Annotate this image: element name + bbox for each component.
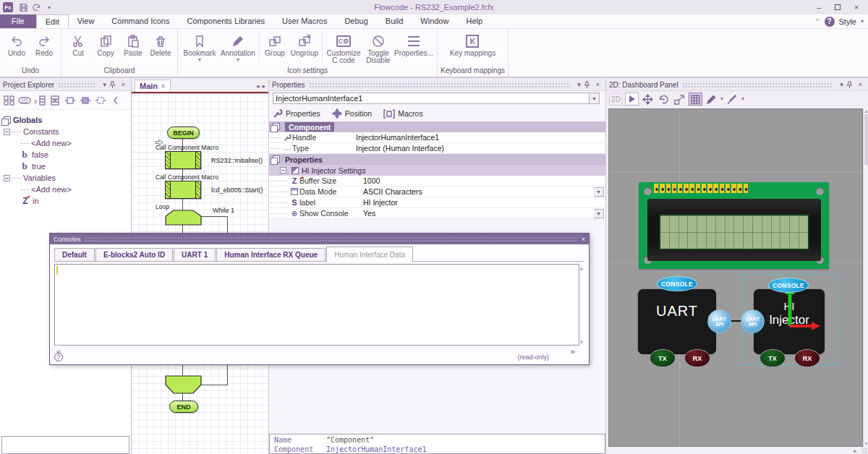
console-tab-uart1[interactable]: UART 1 [174,248,216,261]
scale-tool-icon[interactable] [673,93,686,106]
menu-components-libraries[interactable]: Components Libraries [178,14,273,28]
console-output-area[interactable] [54,264,579,346]
console-tab-data[interactable]: Human Interface Data [326,247,413,262]
tab-position[interactable]: Position [332,108,372,119]
pin-icon[interactable] [584,81,593,89]
uart-tx-pin[interactable]: TX [650,349,676,367]
component-section-header[interactable]: Component [269,121,605,132]
pen-tool-icon[interactable] [705,93,718,106]
help-icon[interactable]: ? [825,17,835,27]
tab-macros[interactable]: Macros [383,109,422,119]
console-scroll-right-icon[interactable]: ▶ [571,348,576,355]
tab-scroll-right-icon[interactable]: ▸ [262,82,265,90]
tree-item-add-variable[interactable]: <Add new> [1,184,129,195]
settings-group-header[interactable]: HI Injector Settings [269,165,605,176]
property-row-handle[interactable]: Handle InjectorHumanInterface1 [269,132,605,143]
menu-edit[interactable]: Edit [36,14,69,28]
console-scroll-up-icon[interactable]: ▲ [579,265,584,272]
console-tab-rx-queue[interactable]: Human Interface RX Queue [216,248,326,261]
mode-2d-button[interactable]: 2D [609,93,623,106]
macro1-node[interactable] [165,151,201,169]
brush-tool-icon[interactable] [726,93,739,106]
bookmark-button[interactable]: Bookmark ▾ [181,30,218,63]
grid-settings-icon[interactable] [689,93,702,106]
close-tab-icon[interactable]: × [161,82,165,90]
close-panel-icon[interactable]: × [856,80,865,90]
injector-rx-pin[interactable]: RX [794,349,820,367]
dashboard-canvas[interactable]: UART CONSOLE TX RX UART API HI Injector … [608,108,863,447]
collapse-icon[interactable] [4,175,10,181]
minimize-button[interactable]: – [810,1,827,14]
property-row-label[interactable]: S label HI Injector [269,197,605,208]
tree-item-globals[interactable]: Globals [1,114,129,126]
copy-button[interactable]: Copy [92,30,119,57]
console-tab-default[interactable]: Default [54,248,95,261]
input-block-icon[interactable] [64,94,77,107]
dashboard-horizontal-scrollbar[interactable]: ▶ [608,447,868,454]
close-panel-icon[interactable]: × [119,80,128,90]
tab-properties[interactable]: Properties [273,108,320,119]
injector-console-badge[interactable]: CONSOLE [768,278,809,293]
pen-caret-icon[interactable]: ▾ [720,96,723,102]
uart-component[interactable] [637,288,717,355]
loop-end-node[interactable] [165,375,202,394]
tree-item-in[interactable]: Z+ in [1,195,129,207]
undo-button[interactable]: Undo [3,30,30,57]
scrollbar-thumb[interactable] [864,114,868,165]
toggle-disable-button[interactable]: Toggle Disable [363,30,393,64]
uart-console-badge[interactable]: CONSOLE [657,276,697,291]
collapse-ribbon-icon[interactable]: ⌃ [814,18,820,25]
save-icon[interactable] [17,1,30,13]
scroll-down-icon[interactable]: ▼ [864,442,868,446]
qat-dropdown-icon[interactable]: ▾ [43,1,56,13]
close-panel-icon[interactable]: × [593,80,603,90]
tab-scroll-left-icon[interactable]: ◂ [256,82,260,90]
rotate-tool-icon[interactable] [657,93,671,106]
component-box-icon[interactable] [48,94,61,107]
tree-item-add-constant[interactable]: <Add new> [1,137,129,149]
delete-button[interactable]: Delete [147,30,174,57]
component-name-input[interactable] [273,93,590,104]
redo-button[interactable]: Redo [30,30,58,57]
panel-menu-icon[interactable]: ▾ [837,80,846,90]
properties-button[interactable]: Properties... [393,30,434,57]
restore-button[interactable] [829,1,846,14]
scroll-up-icon[interactable]: ▲ [864,109,868,113]
close-dialog-icon[interactable]: × [582,236,585,243]
key-mappings-button[interactable]: K Key mappings [448,30,497,57]
show-console-dropdown-icon[interactable]: ▾ [594,209,604,218]
console-tab-eblocks[interactable]: E-blocks2 Auto ID [95,248,173,261]
hatched-block-icon[interactable] [79,94,92,107]
uart-api-port[interactable]: UART API [707,309,731,333]
paste-button[interactable]: Paste [119,30,147,57]
menu-build[interactable]: Build [377,14,412,28]
brush-caret-icon[interactable]: ▾ [741,96,744,102]
ungroup-button[interactable]: Ungroup [289,30,320,57]
lcd-display-component[interactable] [639,182,829,269]
name-dropdown-icon[interactable]: ▾ [590,93,600,104]
menu-help[interactable]: Help [457,14,491,28]
panel-menu-icon[interactable]: ▾ [574,80,584,90]
close-button[interactable]: × [848,1,865,14]
io-icon[interactable]: I/O [18,94,31,107]
customize-c-code-button[interactable]: C⚙ Customize C code [324,30,363,64]
pin-icon[interactable] [109,81,119,89]
menu-debug[interactable]: Debug [336,14,376,28]
menu-file[interactable]: File [0,14,36,28]
uart-rx-pin[interactable]: RX [684,349,710,367]
loop-start-node[interactable] [165,210,202,226]
tab-main[interactable]: Main × [135,80,171,92]
property-row-show-console[interactable]: ⊕ Show Console Yes ▾ [269,208,605,219]
menu-view[interactable]: View [69,14,103,28]
property-row-buffer-size[interactable]: Z+ Buffer Size 1000 [269,176,605,187]
menu-command-icons[interactable]: Command Icons [103,14,178,28]
expression-icon[interactable]: x [33,94,46,107]
grid-view-icon[interactable] [3,94,16,107]
property-row-data-mode[interactable]: Data Mode ASCII Characters ▾ [269,187,605,197]
consoles-title-bar[interactable]: Consoles × [50,234,589,244]
injector-tx-pin[interactable]: TX [760,349,786,367]
console-help-icon[interactable]: ? [54,353,63,361]
consoles-dialog[interactable]: Consoles × Default E-blocks2 Auto ID UAR… [49,233,590,365]
resize-grip[interactable] [861,447,867,453]
style-menu[interactable]: Style [839,17,856,26]
